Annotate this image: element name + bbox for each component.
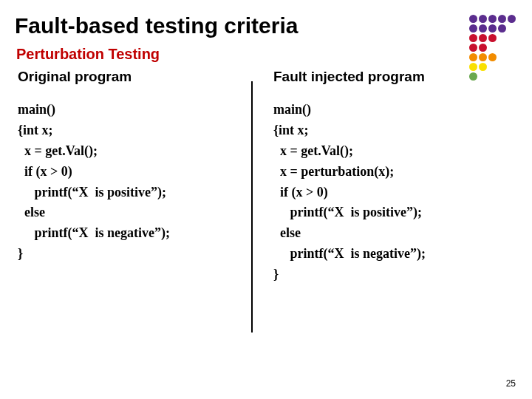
decor-dot xyxy=(469,24,477,33)
original-program-code: main() {int x; x = get.Val(); if (x > 0)… xyxy=(18,100,254,265)
decor-dot xyxy=(508,15,516,23)
decor-dot xyxy=(479,53,487,61)
decor-dot xyxy=(469,34,477,42)
right-column-header: Fault injected program xyxy=(273,69,510,85)
decor-dot xyxy=(479,44,487,52)
slide-subtitle: Perturbation Testing xyxy=(15,46,517,63)
decor-dot xyxy=(479,15,487,23)
decor-dot xyxy=(488,53,497,61)
decor-dot xyxy=(469,53,477,61)
columns: Original program main() {int x; x = get.… xyxy=(15,69,517,285)
slide-title: Fault-based testing criteria xyxy=(15,13,517,38)
decor-dot xyxy=(488,24,497,33)
decor-dot xyxy=(498,15,506,23)
column-divider xyxy=(251,81,253,332)
page-number: 25 xyxy=(506,378,516,389)
left-column-header: Original program xyxy=(18,69,254,85)
decor-dot xyxy=(498,24,506,33)
decor-dot xyxy=(488,34,497,42)
slide: Fault-based testing criteria Perturbatio… xyxy=(0,0,532,399)
column-right: Fault injected program main() {int x; x … xyxy=(262,69,517,285)
decor-dot xyxy=(479,24,487,33)
decor-dot xyxy=(479,34,487,42)
decor-dot xyxy=(469,15,477,23)
decor-dot xyxy=(488,15,497,23)
fault-injected-program-code: main() {int x; x = get.Val(); x = pertur… xyxy=(273,100,510,285)
column-left: Original program main() {int x; x = get.… xyxy=(15,69,262,285)
decor-dot xyxy=(469,44,477,52)
